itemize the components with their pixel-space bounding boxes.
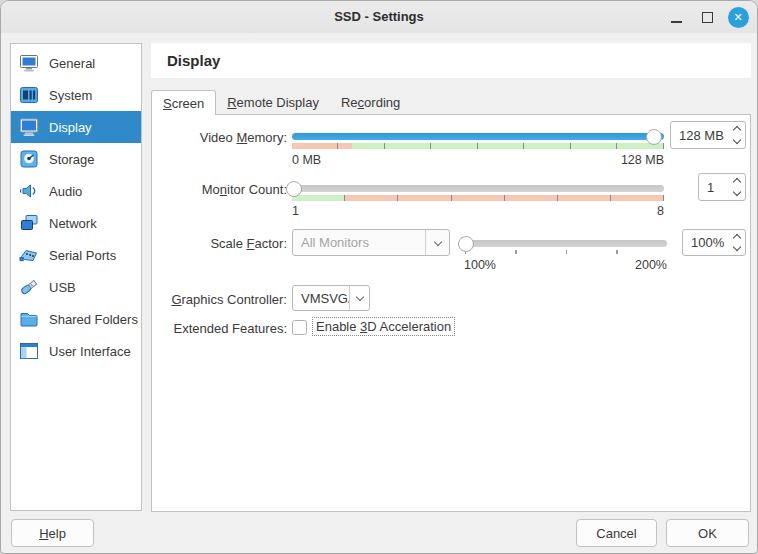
graphics-controller-label: Graphics Controller: bbox=[152, 292, 287, 308]
user-interface-icon bbox=[18, 340, 40, 362]
general-icon bbox=[18, 52, 40, 74]
tab-recording[interactable]: Recording bbox=[330, 91, 411, 115]
sidebar-item-label: Shared Folders bbox=[49, 312, 138, 327]
sidebar-item-shared-folders[interactable]: Shared Folders bbox=[11, 303, 141, 335]
monitor-count-slider-track[interactable] bbox=[292, 185, 664, 192]
sidebar-item-general[interactable]: General bbox=[11, 47, 141, 79]
monitor-count-spin-up[interactable] bbox=[729, 174, 745, 187]
close-button[interactable]: ✕ bbox=[727, 6, 749, 28]
scale-factor-spin-up[interactable] bbox=[729, 230, 745, 243]
cancel-button[interactable]: Cancel bbox=[576, 519, 657, 547]
sidebar-item-label: General bbox=[49, 56, 95, 71]
video-memory-scale-labels: 0 MB 128 MB bbox=[292, 153, 664, 167]
video-memory-min-label: 0 MB bbox=[292, 153, 321, 167]
audio-icon bbox=[18, 180, 40, 202]
graphics-controller-value: VMSVGA bbox=[293, 291, 349, 306]
video-memory-spinbox: 128 MB bbox=[670, 121, 746, 149]
sidebar-item-label: USB bbox=[49, 280, 76, 295]
scale-factor-slider-handle[interactable] bbox=[458, 236, 474, 252]
help-button[interactable]: Help bbox=[11, 519, 94, 547]
titlebar[interactable]: SSD - Settings ✕ bbox=[1, 1, 757, 33]
sidebar-item-label: Audio bbox=[49, 184, 82, 199]
spin-down-icon bbox=[733, 243, 741, 251]
sidebar-item-network[interactable]: Network bbox=[11, 207, 141, 239]
spin-down-icon bbox=[733, 136, 741, 144]
video-memory-slider-handle[interactable] bbox=[646, 129, 662, 145]
tab-remote-display[interactable]: Remote Display bbox=[216, 91, 330, 115]
scale-factor-tick-marks bbox=[465, 250, 667, 254]
monitor-count-min-label: 1 bbox=[292, 204, 299, 218]
combo-dropdown-button[interactable] bbox=[425, 230, 449, 255]
monitor-count-value[interactable]: 1 bbox=[699, 174, 729, 200]
graphics-controller-combo[interactable]: VMSVGA bbox=[292, 285, 370, 311]
video-memory-max-label: 128 MB bbox=[621, 153, 664, 167]
monitor-count-spinbox: 1 bbox=[698, 173, 746, 201]
sidebar-item-storage[interactable]: Storage bbox=[11, 143, 141, 175]
scale-factor-spin-down[interactable] bbox=[729, 243, 745, 256]
sidebar: General System Display Storage Audio Net… bbox=[10, 43, 142, 511]
network-icon bbox=[18, 212, 40, 234]
scale-factor-min-label: 100% bbox=[464, 258, 496, 272]
monitor-count-tick-scale bbox=[292, 195, 664, 201]
tabbar: Screen Remote Display Recording bbox=[151, 90, 411, 115]
enable-3d-acceleration-label[interactable]: Enable 3D Acceleration bbox=[312, 317, 455, 336]
monitor-count-spin-down[interactable] bbox=[729, 187, 745, 200]
monitor-count-max-label: 8 bbox=[657, 204, 664, 218]
sidebar-item-audio[interactable]: Audio bbox=[11, 175, 141, 207]
minimize-button[interactable] bbox=[665, 6, 687, 28]
enable-3d-acceleration-checkbox[interactable] bbox=[292, 320, 307, 335]
scale-factor-spinbox: 100% bbox=[682, 229, 746, 256]
sidebar-item-usb[interactable]: USB bbox=[11, 271, 141, 303]
sidebar-item-system[interactable]: System bbox=[11, 79, 141, 111]
tab-screen[interactable]: Screen bbox=[151, 90, 216, 115]
page-header: Display bbox=[151, 43, 751, 78]
extended-features-label: Extended Features: bbox=[152, 321, 287, 337]
system-icon bbox=[18, 84, 40, 106]
sidebar-item-serial-ports[interactable]: Serial Ports bbox=[11, 239, 141, 271]
maximize-icon bbox=[702, 12, 713, 23]
storage-icon bbox=[18, 148, 40, 170]
video-memory-tick-scale bbox=[292, 143, 664, 149]
video-memory-value[interactable]: 128 MB bbox=[671, 122, 729, 148]
scale-factor-combo-value: All Monitors bbox=[293, 235, 425, 250]
video-memory-slider-track[interactable] bbox=[292, 133, 664, 140]
spin-up-icon bbox=[733, 234, 741, 242]
scale-factor-monitor-combo[interactable]: All Monitors bbox=[292, 229, 450, 256]
sidebar-item-label: Storage bbox=[49, 152, 95, 167]
page-title: Display bbox=[167, 52, 220, 69]
scale-factor-max-label: 200% bbox=[635, 258, 667, 272]
video-memory-spin-up[interactable] bbox=[729, 122, 745, 135]
shared-folders-icon bbox=[18, 308, 40, 330]
monitor-count-scale-labels: 1 8 bbox=[292, 204, 664, 218]
spin-up-icon bbox=[733, 126, 741, 134]
sidebar-item-display[interactable]: Display bbox=[11, 111, 141, 143]
ok-button[interactable]: OK bbox=[666, 519, 749, 547]
scale-factor-slider-track[interactable] bbox=[464, 240, 667, 247]
settings-window: SSD - Settings ✕ General System bbox=[0, 0, 758, 554]
scale-factor-value[interactable]: 100% bbox=[683, 230, 729, 255]
window-controls: ✕ bbox=[665, 1, 749, 33]
window-title: SSD - Settings bbox=[1, 1, 757, 33]
minimize-icon bbox=[671, 21, 682, 23]
monitor-count-slider-handle[interactable] bbox=[286, 181, 302, 197]
display-icon bbox=[18, 116, 40, 138]
sidebar-item-user-interface[interactable]: User Interface bbox=[11, 335, 141, 367]
sidebar-item-label: Display bbox=[49, 120, 92, 135]
screen-tab-panel: Video Memory: 0 MB 128 MB 128 MB Monitor… bbox=[151, 114, 751, 512]
close-icon: ✕ bbox=[728, 7, 749, 28]
spin-up-icon bbox=[733, 178, 741, 186]
sidebar-item-label: User Interface bbox=[49, 344, 131, 359]
chevron-down-icon bbox=[433, 237, 441, 245]
maximize-button[interactable] bbox=[696, 6, 718, 28]
chevron-down-icon bbox=[355, 293, 363, 301]
serial-ports-icon bbox=[18, 244, 40, 266]
scale-factor-label: Scale Factor: bbox=[152, 236, 287, 252]
sidebar-item-label: Network bbox=[49, 216, 97, 231]
video-memory-spin-down[interactable] bbox=[729, 135, 745, 148]
scale-factor-scale-labels: 100% 200% bbox=[464, 258, 667, 272]
sidebar-item-label: System bbox=[49, 88, 92, 103]
sidebar-item-label: Serial Ports bbox=[49, 248, 116, 263]
video-memory-label: Video Memory: bbox=[152, 130, 287, 146]
combo-dropdown-button[interactable] bbox=[349, 286, 369, 310]
usb-icon bbox=[18, 276, 40, 298]
